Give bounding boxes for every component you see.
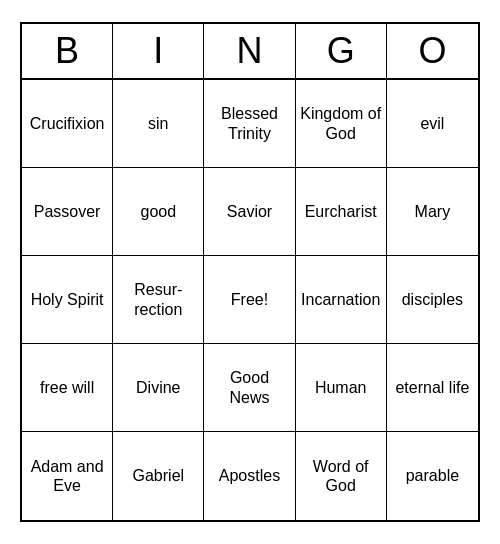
header-letter: B bbox=[22, 24, 113, 78]
bingo-cell: Free! bbox=[204, 256, 295, 344]
bingo-cell: Adam and Eve bbox=[22, 432, 113, 520]
cell-text: Blessed Trinity bbox=[208, 104, 290, 142]
bingo-cell: Passover bbox=[22, 168, 113, 256]
cell-text: Apostles bbox=[219, 466, 280, 485]
bingo-cell: Word of God bbox=[296, 432, 387, 520]
bingo-cell: Savior bbox=[204, 168, 295, 256]
cell-text: disciples bbox=[402, 290, 463, 309]
cell-text: parable bbox=[406, 466, 459, 485]
header-letter: O bbox=[387, 24, 478, 78]
header-letter: N bbox=[204, 24, 295, 78]
bingo-header: BINGO bbox=[22, 24, 478, 80]
cell-text: Gabriel bbox=[133, 466, 185, 485]
cell-text: Passover bbox=[34, 202, 101, 221]
bingo-cell: good bbox=[113, 168, 204, 256]
cell-text: Incarnation bbox=[301, 290, 380, 309]
cell-text: Kingdom of God bbox=[300, 104, 382, 142]
cell-text: Savior bbox=[227, 202, 272, 221]
cell-text: good bbox=[140, 202, 176, 221]
bingo-card: BINGO CrucifixionsinBlessed TrinityKingd… bbox=[20, 22, 480, 522]
cell-text: Eurcharist bbox=[305, 202, 377, 221]
cell-text: Free! bbox=[231, 290, 268, 309]
bingo-cell: Resur-rection bbox=[113, 256, 204, 344]
cell-text: Resur-rection bbox=[117, 280, 199, 318]
cell-text: Divine bbox=[136, 378, 180, 397]
bingo-cell: Incarnation bbox=[296, 256, 387, 344]
cell-text: Crucifixion bbox=[30, 114, 105, 133]
bingo-cell: Eurcharist bbox=[296, 168, 387, 256]
bingo-cell: Crucifixion bbox=[22, 80, 113, 168]
bingo-cell: Good News bbox=[204, 344, 295, 432]
cell-text: Adam and Eve bbox=[26, 457, 108, 495]
bingo-cell: sin bbox=[113, 80, 204, 168]
bingo-cell: evil bbox=[387, 80, 478, 168]
header-letter: I bbox=[113, 24, 204, 78]
bingo-cell: Kingdom of God bbox=[296, 80, 387, 168]
cell-text: Holy Spirit bbox=[31, 290, 104, 309]
bingo-cell: Human bbox=[296, 344, 387, 432]
bingo-cell: disciples bbox=[387, 256, 478, 344]
cell-text: Mary bbox=[415, 202, 451, 221]
bingo-grid: CrucifixionsinBlessed TrinityKingdom of … bbox=[22, 80, 478, 520]
bingo-cell: Apostles bbox=[204, 432, 295, 520]
bingo-cell: Mary bbox=[387, 168, 478, 256]
cell-text: sin bbox=[148, 114, 168, 133]
bingo-cell: free will bbox=[22, 344, 113, 432]
bingo-cell: parable bbox=[387, 432, 478, 520]
cell-text: Word of God bbox=[300, 457, 382, 495]
cell-text: eternal life bbox=[395, 378, 469, 397]
cell-text: free will bbox=[40, 378, 94, 397]
header-letter: G bbox=[296, 24, 387, 78]
bingo-cell: Blessed Trinity bbox=[204, 80, 295, 168]
bingo-cell: Gabriel bbox=[113, 432, 204, 520]
bingo-cell: eternal life bbox=[387, 344, 478, 432]
bingo-cell: Divine bbox=[113, 344, 204, 432]
cell-text: Good News bbox=[208, 368, 290, 406]
bingo-cell: Holy Spirit bbox=[22, 256, 113, 344]
cell-text: evil bbox=[420, 114, 444, 133]
cell-text: Human bbox=[315, 378, 367, 397]
